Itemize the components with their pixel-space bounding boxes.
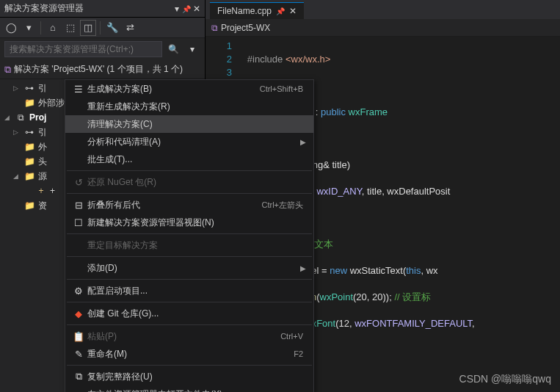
wrench-icon[interactable]: 🔧 [104, 20, 120, 36]
project-icon: ⧉ [211, 23, 218, 33]
home-icon[interactable]: ⌂ [45, 20, 61, 36]
panel-header-controls: ▾ 📌 ✕ [175, 4, 200, 14]
panel-header: 解决方案资源管理器 ▾ 📌 ✕ [0, 0, 205, 18]
chevron-right-icon: ▶ [300, 264, 309, 272]
paste-icon: 📋 [70, 331, 87, 342]
close-icon[interactable]: ✕ [193, 4, 200, 14]
separator [67, 365, 312, 366]
solution-icon: ⧉ [4, 64, 11, 76]
pin-icon[interactable]: 📌 [276, 7, 285, 15]
menu-retarget: 重定目标解决方案 [65, 236, 313, 254]
watermark: CSDN @嗡嗡嗡qwq [459, 373, 551, 386]
menu-paste: 📋粘贴(P)Ctrl+V [65, 327, 313, 345]
separator [100, 21, 101, 35]
menu-copypath[interactable]: ⧉复制完整路径(U) [65, 368, 313, 385]
search-icon[interactable]: 🔍 [165, 41, 181, 57]
close-icon[interactable]: ✕ [289, 6, 297, 16]
folder-icon: 📁 [23, 98, 35, 108]
rename-icon: ✎ [70, 349, 87, 360]
chevron-down-icon: ◢ [4, 114, 12, 121]
cpp-icon: + [35, 186, 47, 196]
search-dropdown-icon[interactable]: ▾ [184, 41, 200, 57]
separator [67, 233, 312, 234]
chevron-right-icon: ▷ [13, 84, 21, 92]
separator [67, 302, 312, 302]
restore-icon: ↺ [70, 177, 87, 188]
separator [40, 21, 41, 35]
menu-clean[interactable]: 清理解决方案(C) [65, 115, 313, 133]
context-menu: ☰生成解决方案(B)Ctrl+Shift+B 重新生成解决方案(R) 清理解决方… [65, 79, 314, 392]
separator [67, 324, 312, 325]
menu-batch[interactable]: 批生成(T)... [65, 150, 313, 168]
gear-icon: ⚙ [70, 286, 87, 297]
folder-icon: 📁 [23, 156, 35, 167]
solution-label: 解决方案 'Project5-WX' (1 个项目，共 1 个) [14, 63, 183, 76]
folder-icon: 📁 [23, 142, 35, 152]
pin-icon[interactable]: 📌 [182, 5, 191, 13]
collapse-icon: ⊟ [70, 200, 87, 211]
link-icon: ⊶ [23, 83, 35, 93]
panel-title: 解决方案资源管理器 [4, 2, 84, 15]
show-all-icon[interactable]: ◫ [80, 20, 96, 36]
back-icon[interactable]: ◯ [3, 20, 19, 36]
menu-analyze[interactable]: 分析和代码清理(A)▶ [65, 133, 313, 150]
dropdown-icon[interactable]: ▾ [21, 20, 37, 36]
preview-icon[interactable]: ⇄ [122, 20, 138, 36]
menu-newview[interactable]: ☐新建解决方案资源管理器视图(N) [65, 214, 313, 231]
search-input[interactable] [4, 41, 162, 57]
search-row: 🔍 ▾ [0, 38, 205, 60]
menu-git[interactable]: ◆创建 Git 仓库(G)... [65, 305, 313, 322]
menu-nuget: ↺还原 NuGet 包(R) [65, 173, 313, 191]
tab-label: FileName.cpp [217, 6, 272, 16]
separator [67, 193, 312, 194]
menu-rename[interactable]: ✎重命名(M)F2 [65, 345, 313, 363]
chevron-right-icon: ▶ [300, 138, 309, 146]
scope-icon[interactable]: ⬚ [62, 20, 79, 36]
nav-bar: ⧉ Project5-WX [206, 19, 560, 37]
menu-openfolder[interactable]: ↗在文件资源管理器中打开文件夹(X) [65, 385, 313, 392]
project-icon: ⧉ [15, 112, 26, 123]
solution-row[interactable]: ⧉ 解决方案 'Project5-WX' (1 个项目，共 1 个) [0, 60, 205, 79]
scope-combo[interactable]: ⧉ Project5-WX [211, 23, 270, 33]
folder-open-icon: ↗ [70, 389, 87, 393]
build-icon: ☰ [70, 84, 87, 95]
menu-add[interactable]: 添加(D)▶ [65, 259, 313, 277]
copy-icon: ⧉ [70, 371, 87, 382]
separator [67, 279, 312, 280]
separator [67, 170, 312, 171]
dropdown-icon[interactable]: ▾ [175, 4, 179, 14]
menu-rebuild[interactable]: 重新生成解决方案(R) [65, 98, 313, 115]
menu-collapse[interactable]: ⊟折叠所有后代Ctrl+左箭头 [65, 196, 313, 214]
git-icon: ◆ [70, 308, 87, 319]
folder-icon: 📁 [23, 171, 35, 181]
chevron-down-icon: ◢ [13, 173, 21, 180]
tab-file[interactable]: FileName.cpp 📌 ✕ [210, 2, 304, 19]
separator [67, 256, 312, 257]
menu-build[interactable]: ☰生成解决方案(B)Ctrl+Shift+B [65, 80, 313, 98]
tabbar: FileName.cpp 📌 ✕ [206, 0, 560, 19]
link-icon: ⊶ [23, 127, 35, 137]
folder-icon: 📁 [23, 200, 35, 211]
toolbar: ◯ ▾ ⌂ ⬚ ◫ 🔧 ⇄ [0, 18, 205, 38]
menu-startup[interactable]: ⚙配置启动项目... [65, 282, 313, 300]
chevron-right-icon: ▷ [13, 128, 21, 136]
newview-icon: ☐ [70, 217, 87, 228]
